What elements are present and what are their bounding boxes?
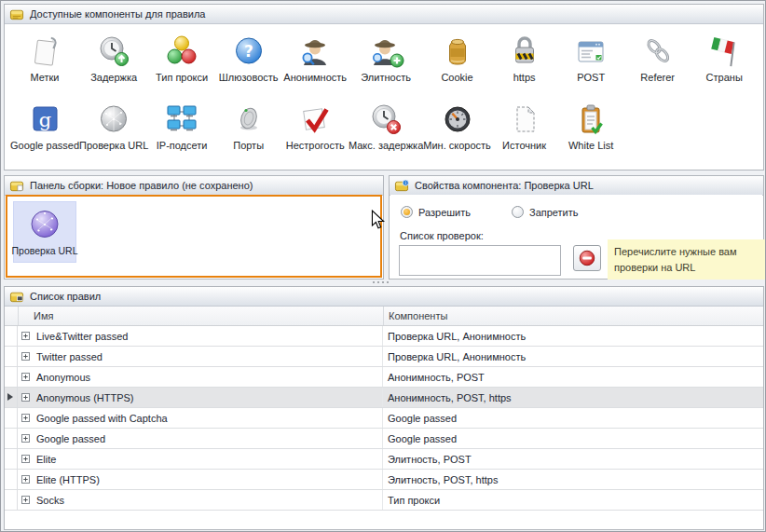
assembly-component-url-check[interactable]: Проверка URL <box>13 201 76 263</box>
speedometer-icon <box>439 101 476 138</box>
svg-text:g: g <box>39 109 51 131</box>
chain-link-icon <box>639 33 677 70</box>
panel-list-icon <box>9 290 24 304</box>
expand-plus-icon[interactable] <box>21 434 30 443</box>
country-flag-icon <box>705 33 743 70</box>
radio-allow[interactable]: Разрешить <box>401 206 471 218</box>
component-porty[interactable]: Порты <box>215 99 282 167</box>
rule-components: Элитность, POST, https <box>383 470 763 489</box>
panel-assembly-header: Панель сборки: Новое правило (не сохране… <box>5 176 383 196</box>
expand-plus-icon[interactable] <box>21 373 30 381</box>
panel-rules-title: Список правил <box>30 291 101 302</box>
table-row[interactable]: Live&Twitter passed Проверка URL, Аноним… <box>5 326 763 347</box>
remove-button[interactable] <box>573 245 601 271</box>
rule-components: Анонимность, POST <box>383 367 763 387</box>
table-row[interactable]: Anonymous Анонимность, POST <box>5 367 763 388</box>
checks-list-input[interactable] <box>399 245 561 276</box>
no-entry-icon <box>579 250 595 266</box>
component-label: Проверка URL <box>79 140 148 151</box>
rule-name: Elite <box>36 454 56 465</box>
table-row[interactable]: Elite (HTTPS) Элитность, POST, https <box>5 470 763 490</box>
component-label: Cookie <box>441 72 472 83</box>
component-label: Страны <box>706 72 743 83</box>
component-istochnik[interactable]: Источник <box>491 99 558 167</box>
expand-plus-icon[interactable] <box>21 414 30 422</box>
panel-available-header: Доступные компоненты для правила <box>5 5 763 24</box>
component-zaderzhka[interactable]: Задержка <box>79 31 148 99</box>
component-referer[interactable]: Referer <box>624 31 691 99</box>
table-row[interactable]: Elite Элитность, POST <box>5 449 763 470</box>
cookie-jar-icon <box>439 33 476 70</box>
component-label: Источник <box>502 140 546 151</box>
table-row[interactable]: Google passed Google passed <box>5 429 763 449</box>
component-min-skorost[interactable]: Мин. скорость <box>423 99 491 167</box>
panel-available-components: Доступные компоненты для правила Метки <box>4 4 764 171</box>
expand-plus-icon[interactable] <box>21 475 30 484</box>
proxy-type-balls-icon <box>163 33 200 70</box>
row-indicator <box>5 388 18 407</box>
component-post[interactable]: POST <box>557 31 624 99</box>
panel-assembly-title: Панель сборки: Новое правило (не сохране… <box>30 180 253 191</box>
radio-deny-circle[interactable] <box>512 206 524 218</box>
component-tip-proksi[interactable]: Тип прокси <box>148 31 215 99</box>
component-ip-podseti[interactable]: IP-подсети <box>148 99 215 167</box>
note-icon <box>26 33 63 70</box>
component-metki[interactable]: Метки <box>10 31 79 99</box>
table-row[interactable]: Twitter passed Проверка URL, Анонимность <box>5 347 763 367</box>
rule-components: Google passed <box>383 429 763 448</box>
radio-deny[interactable]: Запретить <box>512 206 579 218</box>
row-indicator <box>5 429 18 448</box>
rule-components: Google passed <box>383 408 763 428</box>
component-strany[interactable]: Страны <box>691 31 758 99</box>
component-google-passed[interactable]: g Google passed <box>10 99 79 167</box>
component-label: Порты <box>233 140 264 151</box>
row-indicator <box>5 490 18 510</box>
properties-body: Разрешить Запретить Список проверок: Пер… <box>390 195 762 278</box>
components-grid: Метки Задержка Тип прокси <box>5 24 763 167</box>
panel-available-title: Доступные компоненты для правила <box>30 8 206 20</box>
component-label: Мин. скорость <box>423 140 491 151</box>
row-indicator <box>5 470 18 489</box>
component-anonimnost[interactable]: Анонимность <box>281 31 349 99</box>
panel-properties: i Свойства компонента: Проверка URL Разр… <box>389 175 764 280</box>
component-nestrogost[interactable]: Нестрогость <box>281 99 349 167</box>
radio-allow-circle[interactable] <box>401 206 413 218</box>
panel-rules-list: Список правил Имя Компоненты Live&Twitte… <box>4 286 764 530</box>
radio-deny-label: Запретить <box>529 207 579 218</box>
component-maks-zaderzhka[interactable]: Макс. задержка <box>349 99 423 167</box>
horizontal-splitter-handle[interactable] <box>373 281 389 283</box>
expand-plus-icon[interactable] <box>21 455 30 463</box>
expand-plus-icon[interactable] <box>21 496 30 504</box>
table-row[interactable]: Socks Тип прокси <box>5 490 763 511</box>
column-header-components[interactable]: Компоненты <box>383 307 763 325</box>
column-header-name[interactable]: Имя <box>18 307 383 325</box>
component-shlyuzovost[interactable]: ? Шлюзовость <box>215 31 282 99</box>
row-indicator <box>5 367 18 387</box>
form-window-icon <box>572 33 609 70</box>
component-label: Тип прокси <box>156 72 208 83</box>
clock-up-icon <box>95 33 132 70</box>
row-indicator <box>5 408 18 428</box>
expand-plus-icon[interactable] <box>21 393 30 402</box>
component-cookie[interactable]: Cookie <box>423 31 491 99</box>
clipboard-check-icon <box>572 101 609 138</box>
rule-name: Anonymous <box>36 372 90 383</box>
component-proverka-url[interactable]: Проверка URL <box>79 99 148 167</box>
component-white-list[interactable]: White List <box>557 99 624 167</box>
rule-name: Google passed with Captcha <box>36 413 168 424</box>
component-label: Задержка <box>90 72 137 83</box>
radio-group: Разрешить Запретить <box>401 206 579 218</box>
panel-info-icon: i <box>394 179 409 193</box>
table-row-selected[interactable]: Anonymous (HTTPS) Анонимность, POST, htt… <box>5 388 763 408</box>
assembly-component-label: Проверка URL <box>12 245 78 256</box>
component-https[interactable]: https <box>491 31 558 99</box>
expand-plus-icon[interactable] <box>21 352 30 361</box>
expand-plus-icon[interactable] <box>21 332 30 340</box>
spy-plus-icon <box>367 33 404 70</box>
rules-table-header: Имя Компоненты <box>5 307 763 326</box>
component-elitnost[interactable]: Элитность <box>349 31 423 99</box>
assembly-drop-area[interactable]: Проверка URL <box>6 195 382 278</box>
table-row[interactable]: Google passed with Captcha Google passed <box>5 408 763 429</box>
svg-text:?: ? <box>244 42 253 61</box>
rule-name: Live&Twitter passed <box>36 331 128 342</box>
